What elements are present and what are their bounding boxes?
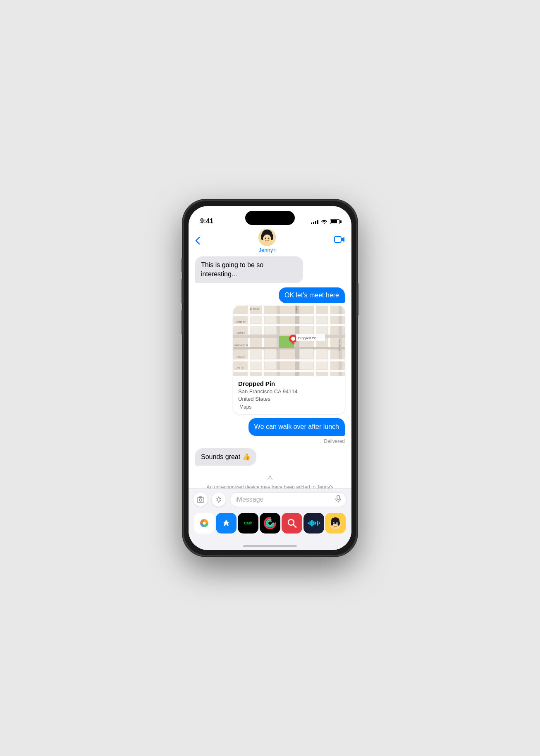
- svg-text:17TH ST: 17TH ST: [250, 308, 260, 310]
- wifi-icon: [321, 218, 327, 225]
- search-app-icon[interactable]: [282, 513, 302, 534]
- svg-line-70: [293, 524, 296, 527]
- message-text: OK let's meet here: [284, 292, 339, 299]
- svg-rect-32: [300, 316, 313, 323]
- svg-text:18TH ST: 18TH ST: [237, 332, 245, 334]
- alert-text: An unrecognized device may have been add…: [203, 483, 337, 488]
- map-source: Maps: [238, 404, 340, 410]
- svg-rect-37: [265, 349, 276, 359]
- svg-rect-61: [337, 495, 339, 500]
- svg-rect-41: [265, 361, 276, 369]
- map-message-container: OK let's meet here: [233, 287, 345, 414]
- svg-point-84: [333, 523, 334, 524]
- map-card[interactable]: FERRERO ST 17TH ST FORD ST 18TH ST HANCO…: [233, 306, 345, 414]
- svg-rect-72: [309, 521, 311, 525]
- svg-text:FERRERO ST: FERRERO ST: [295, 306, 298, 313]
- imessage-placeholder[interactable]: iMessage: [235, 496, 332, 503]
- battery-icon: [330, 219, 340, 224]
- phone-frame: 9:41: [183, 200, 357, 556]
- svg-rect-38: [300, 349, 313, 359]
- home-indicator: [189, 542, 351, 550]
- security-alert: ⚠ An unrecognized device may have been a…: [195, 470, 345, 488]
- dynamic-island: [245, 211, 295, 225]
- svg-rect-43: [316, 361, 327, 369]
- svg-rect-34: [300, 326, 313, 334]
- svg-point-68: [268, 521, 272, 526]
- messages-area: This is going to be so interesting... OK…: [189, 253, 351, 488]
- svg-rect-26: [233, 370, 345, 372]
- avatar: [258, 229, 276, 246]
- svg-rect-31: [265, 326, 276, 334]
- svg-rect-28: [250, 316, 262, 323]
- chevron-icon: ›: [274, 247, 275, 253]
- apple-cash-icon[interactable]: Cash: [238, 513, 258, 534]
- svg-rect-76: [317, 521, 318, 526]
- message-bubble-sent: We can walk over after lunch: [248, 418, 345, 435]
- soundana-icon[interactable]: [303, 513, 324, 534]
- svg-point-55: [292, 343, 295, 345]
- svg-point-9: [263, 234, 271, 244]
- map-pin-title: Dropped Pin: [238, 380, 340, 387]
- svg-rect-15: [262, 306, 264, 376]
- fitness-icon[interactable]: [260, 513, 280, 534]
- message-text: Sounds great 👍: [201, 453, 251, 460]
- video-call-button[interactable]: [334, 235, 345, 246]
- message-text: This is going to be so interesting...: [201, 261, 263, 278]
- svg-rect-30: [250, 326, 262, 334]
- camera-button[interactable]: [194, 493, 208, 507]
- status-time: 9:41: [200, 218, 213, 225]
- message-bubble-sent: OK let's meet here: [279, 287, 345, 303]
- status-icons: [311, 218, 340, 225]
- svg-point-54: [291, 337, 295, 341]
- message-input-field[interactable]: iMessage: [230, 492, 346, 507]
- back-button[interactable]: [195, 237, 200, 245]
- svg-point-10: [265, 237, 266, 239]
- svg-text:Dropped Pin: Dropped Pin: [298, 336, 316, 340]
- message-text: We can walk over after lunch: [254, 423, 339, 430]
- app-store-button[interactable]: [212, 493, 226, 507]
- app-store-tray-icon[interactable]: [216, 513, 237, 534]
- svg-rect-25: [233, 359, 345, 361]
- volume-up-button[interactable]: [182, 279, 183, 304]
- svg-rect-29: [265, 316, 276, 323]
- power-button[interactable]: [357, 283, 358, 316]
- svg-point-85: [337, 523, 337, 524]
- svg-rect-71: [308, 522, 309, 524]
- message-row: OK let's meet here: [195, 287, 345, 414]
- svg-point-64: [203, 522, 206, 525]
- svg-text:21ST ST: 21ST ST: [237, 366, 245, 369]
- message-row: Sounds great 👍: [195, 448, 345, 466]
- delivered-status: Delivered: [195, 438, 345, 444]
- contact-info[interactable]: Jenny ›: [258, 229, 276, 253]
- phone-screen: 9:41: [189, 206, 351, 550]
- warning-icon: ⚠: [267, 474, 273, 482]
- map-address: San Francisco CA 94114 United States: [238, 388, 340, 403]
- photos-app-icon[interactable]: [194, 513, 215, 534]
- map-info: Dropped Pin San Francisco CA 94114 Unite…: [233, 376, 345, 414]
- volume-down-button[interactable]: [182, 310, 183, 335]
- svg-rect-40: [250, 361, 262, 369]
- memoji-icon[interactable]: [325, 513, 346, 534]
- contact-name: Jenny ›: [258, 247, 275, 253]
- svg-rect-39: [316, 349, 327, 359]
- app-tray: Cash: [189, 510, 351, 542]
- svg-rect-73: [311, 520, 313, 526]
- message-row: This is going to be so interesting...: [195, 256, 345, 283]
- home-bar: [243, 545, 297, 547]
- svg-text:20TH ST: 20TH ST: [237, 356, 245, 359]
- svg-rect-75: [315, 522, 316, 524]
- svg-rect-33: [316, 316, 327, 323]
- svg-text:HANCOCK ST: HANCOCK ST: [234, 344, 248, 347]
- svg-rect-22: [233, 324, 345, 326]
- svg-rect-19: [328, 306, 330, 376]
- svg-rect-74: [313, 521, 314, 525]
- message-bubble-received: Sounds great 👍: [195, 448, 256, 466]
- svg-rect-42: [300, 361, 313, 369]
- svg-rect-12: [335, 237, 341, 242]
- svg-point-11: [268, 237, 270, 239]
- svg-rect-14: [248, 306, 250, 376]
- svg-rect-36: [250, 349, 262, 359]
- svg-rect-21: [233, 314, 345, 316]
- svg-point-59: [199, 499, 202, 501]
- svg-rect-58: [197, 498, 204, 502]
